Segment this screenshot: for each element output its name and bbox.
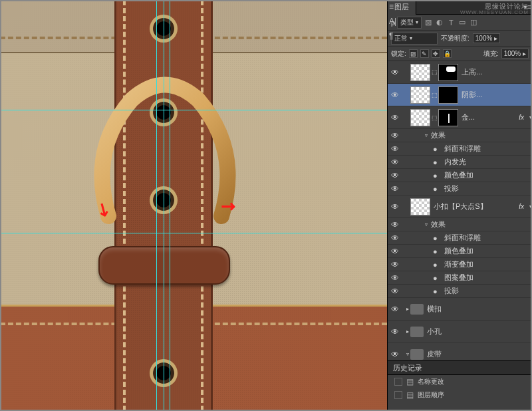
layer-row[interactable]: 👁▸横扣 [388,298,532,321]
visibility-icon[interactable]: 👁 [389,327,401,337]
lock-row: 锁定: ▨ ✎ ✥ 🔒 填充: 100% ▸ [388,47,532,61]
guide-line[interactable] [170,0,170,411]
guide-line[interactable] [164,0,164,411]
mask-thumb[interactable] [438,64,458,81]
lock-all-icon[interactable]: 🔒 [443,49,452,58]
guide-line[interactable] [156,0,157,411]
folder-icon [410,349,424,360]
layer-row[interactable]: 👁●渐变叠加 [388,258,532,271]
lock-position-icon[interactable]: ✥ [432,49,440,58]
visibility-icon[interactable]: 👁 [389,273,401,283]
guide-line[interactable] [0,233,387,233]
layer-row[interactable]: 👁●颜色叠加 [388,169,532,182]
filter-shape-icon[interactable]: ▭ [458,18,467,27]
layer-row[interactable]: 👁▿ 效果 [388,218,532,231]
filter-smart-icon[interactable]: ◫ [469,18,478,27]
layer-row[interactable]: 👁▿ 效果 [388,129,532,142]
history-item[interactable]: ▤名称更改 [388,375,532,388]
layer-row[interactable]: 👁●投影 [388,285,532,298]
canvas-area[interactable]: ↘ ↘ [0,0,387,411]
visibility-icon[interactable]: 👁 [389,113,401,122]
history-list[interactable]: ▤名称更改▤图层顺序 [388,375,532,402]
opacity-label: 不透明度: [441,34,469,43]
filter-type-icon[interactable]: T [446,18,456,27]
layer-thumb[interactable] [410,64,430,81]
visibility-icon[interactable]: 👁 [389,90,401,100]
visibility-icon[interactable]: 👁 [389,220,401,229]
visibility-icon[interactable]: 👁 [389,287,401,296]
strap-loop [98,246,230,285]
lock-label: 锁定: [391,49,406,59]
layer-row[interactable]: 👁●颜色叠加 [388,245,532,258]
layer-row[interactable]: 👁⬚阴影... [388,84,532,106]
mask-thumb[interactable] [438,86,458,104]
collapsed-panel-icons[interactable]: ≡ A| ¶ [389,2,396,41]
visibility-icon[interactable]: 👁 [389,247,401,256]
visibility-icon[interactable]: 👁 [389,171,401,180]
layer-row[interactable]: 👁●斜面和浮雕 [388,231,532,245]
visibility-icon[interactable]: 👁 [389,350,401,359]
layer-thumb[interactable] [410,86,430,104]
layer-row[interactable]: 👁●内发光 [388,156,532,169]
watermark-url: WWW.MISSYUAN.COM [460,9,529,15]
folder-icon [410,327,424,337]
guide-line[interactable] [0,110,387,110]
layer-thumb[interactable] [410,109,430,126]
paragraph-icon[interactable]: ¶ [389,31,396,41]
filter-pixel-icon[interactable]: ▧ [424,18,433,27]
character-icon[interactable]: A| [389,17,396,26]
mask-thumb[interactable] [438,109,458,126]
layer-list[interactable]: 👁⬚上高...👁⬚阴影...👁⬚金...fx▾👁▿ 效果👁●斜面和浮雕👁●内发光… [388,61,532,360]
visibility-icon[interactable]: 👁 [389,68,401,77]
layers-panel: 图层 ▾≡ ρ 类型▾ ▧ ◐ T ▭ ◫ 正常▾ 不透明度: 100% ▸ 锁… [387,0,532,411]
visibility-icon[interactable]: 👁 [389,233,401,243]
history-panel-tab[interactable]: 历史记录 [388,360,532,375]
history-item[interactable]: ▤图层顺序 [388,388,532,402]
blend-mode-dropdown[interactable]: 正常▾ [391,33,438,45]
layer-filter-bar: ρ 类型▾ ▧ ◐ T ▭ ◫ [388,15,532,31]
filter-type-dropdown[interactable]: 类型▾ [397,17,422,29]
paragraph-icon[interactable]: ≡ [389,2,396,11]
lock-transparent-icon[interactable]: ▨ [409,49,418,58]
layer-thumb[interactable] [410,198,430,215]
filter-adjust-icon[interactable]: ◐ [435,18,444,27]
visibility-icon[interactable]: 👁 [389,131,401,140]
visibility-icon[interactable]: 👁 [389,144,401,154]
blend-mode-row: 正常▾ 不透明度: 100% ▸ [388,31,532,47]
layer-row[interactable]: 👁⬚上高... [388,61,532,84]
fill-input[interactable]: 100% ▸ [501,49,529,59]
visibility-icon[interactable]: 👁 [389,184,401,194]
visibility-icon[interactable]: 👁 [389,202,401,211]
layer-row[interactable]: 👁⬚金...fx▾ [388,106,532,129]
layer-row[interactable]: 👁▿皮带 [388,343,532,360]
lock-pixels-icon[interactable]: ✎ [420,49,429,58]
folder-icon [410,304,424,315]
visibility-icon[interactable]: 👁 [389,260,401,269]
layer-row[interactable]: 👁▸小孔 [388,321,532,343]
visibility-icon[interactable]: 👁 [389,158,401,167]
layer-row[interactable]: 👁●投影 [388,182,532,196]
layer-row[interactable]: 👁●图案叠加 [388,271,532,285]
fill-label: 填充: [483,49,499,59]
opacity-input[interactable]: 100% ▸ [473,33,500,43]
layer-row[interactable]: 👁小扣【P大点S】fx▾ [388,196,532,218]
visibility-icon[interactable]: 👁 [389,305,401,314]
layer-row[interactable]: 👁●斜面和浮雕 [388,142,532,156]
